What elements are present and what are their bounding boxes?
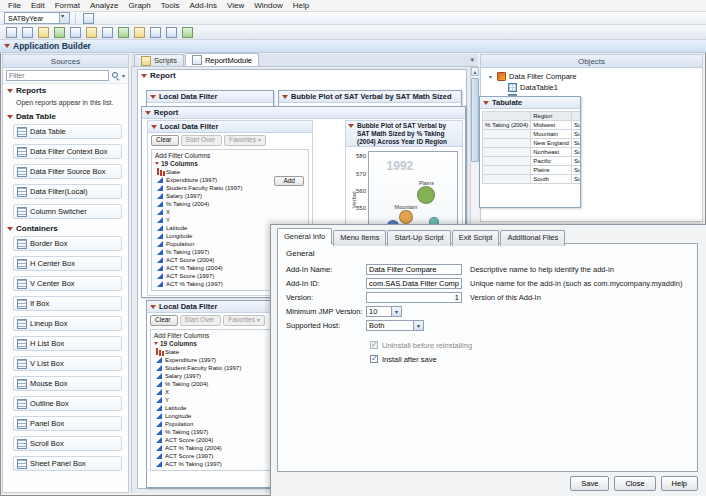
source-item[interactable]: Data Table [13,124,122,139]
source-item[interactable]: Panel Box [13,416,122,431]
filter-column-item[interactable]: Population [155,240,275,248]
report-root-header[interactable]: Report [138,70,466,81]
checkbox[interactable] [370,355,378,363]
filter-column-item[interactable]: Salary (1997) [154,372,274,380]
filter-column-item[interactable]: Y [154,396,274,404]
dialog-button[interactable]: Close [614,476,655,491]
local-data-filter-header[interactable]: Local Data Filter [148,121,312,133]
profile-settings-icon[interactable] [81,12,95,24]
module-tab[interactable]: Scripts [134,54,184,66]
save-icon[interactable] [36,26,50,38]
dropdown[interactable]: 10 [366,306,402,317]
source-item[interactable]: H Center Box [13,256,122,271]
graph-icon[interactable] [164,26,178,38]
menu-item[interactable]: Tools [156,0,185,11]
dialog-button[interactable]: Save [570,476,609,491]
filter-column-item[interactable]: X [154,388,274,396]
new-icon[interactable] [4,26,18,38]
source-item[interactable]: Scroll Box [13,436,122,451]
text-field[interactable] [366,264,462,275]
chevron-down-icon[interactable] [391,307,401,316]
filter-column-item[interactable]: State [154,348,274,356]
source-item[interactable]: Data Filter(Local) [13,184,122,199]
filter-column-item[interactable]: Student:Faculty Ratio (1997) [155,184,275,192]
filter-button[interactable]: Start Over [181,135,223,146]
tabulate-window[interactable]: Tabulate Region % Taking (2004) Midwest [479,96,581,208]
reports-section-header[interactable]: Reports [7,86,125,95]
columns-count-header[interactable]: 19 Columns [155,160,305,167]
redo-icon[interactable] [116,26,130,38]
dialog-tab[interactable]: Start-Up Script [387,230,450,246]
filter-column-item[interactable]: % Taking (1997) [155,248,275,256]
chevron-down-icon[interactable] [470,56,474,64]
add-button[interactable]: Add [274,176,304,187]
source-item[interactable]: V List Box [13,356,122,371]
source-item[interactable]: Mouse Box [13,376,122,391]
filter-column-item[interactable]: Salary (1997) [155,192,275,200]
dropdown[interactable]: Both [366,320,424,331]
menu-item[interactable]: Help [288,0,314,11]
filter-button[interactable]: Start Over [180,315,222,326]
source-item[interactable]: If Box [13,296,122,311]
filter-column-item[interactable]: ACT Score (1997) [155,272,275,280]
application-builder-header[interactable]: Application Builder [0,40,706,53]
filter-column-item[interactable]: ACT % Taking (2004) [155,264,275,272]
source-item[interactable]: V Center Box [13,276,122,291]
source-item[interactable]: Lineup Box [13,316,122,331]
filter-column-item[interactable]: X [155,208,275,216]
filter-column-item[interactable]: ACT Score (2004) [155,256,275,264]
filter-column-item[interactable]: Student:Faculty Ratio (1997) [154,364,274,372]
filter-column-item[interactable]: ACT % Taking (2004) [154,444,274,452]
text-field[interactable] [366,292,462,303]
source-item[interactable]: Column Switcher [13,204,122,219]
dialog-tab[interactable]: Additional Files [500,230,565,246]
bubble-plot-header[interactable]: Bubble Plot of SAT Verbal by SAT Math Si… [346,121,462,147]
filter-button[interactable]: Favorites▾ [224,135,266,146]
filter-column-item[interactable]: % Taking (1997) [154,428,274,436]
filter-column-item[interactable]: ACT Score (2004) [154,436,274,444]
dialog-tab[interactable]: Menu Items [333,230,386,246]
dialog-button[interactable]: Help [661,476,698,491]
profile-combo[interactable]: SATByYear [4,12,70,24]
text-field[interactable] [366,278,462,289]
dialog-tab[interactable]: Exit Script [452,230,500,246]
filter-column-item[interactable]: Y [155,216,275,224]
tree-item[interactable]: DataTable1 [483,82,700,93]
source-item[interactable]: Outline Box [13,396,122,411]
data-table-icon[interactable] [148,26,162,38]
module-tab[interactable]: ReportModule [185,53,259,66]
print-icon[interactable] [52,26,66,38]
filter-column-item[interactable]: % Taking (2004) [155,200,275,208]
source-item[interactable]: Sheet Panel Box [13,456,122,471]
menu-item[interactable]: File [3,0,26,11]
undo-icon[interactable] [100,26,114,38]
tabulate-header[interactable]: Tabulate [480,97,580,109]
containers-section-header[interactable]: Containers [7,224,125,233]
bubble[interactable]: Mountain [399,210,413,224]
menu-item[interactable]: Format [50,0,85,11]
filter-column-item[interactable]: ACT % Taking (1997) [155,280,275,288]
run-script-icon[interactable] [132,26,146,38]
chevron-down-icon[interactable] [59,13,69,23]
source-item[interactable]: H List Box [13,336,122,351]
source-item[interactable]: Data Filter Context Box [13,144,122,159]
filter-column-item[interactable]: Population [154,420,274,428]
filter-column-item[interactable]: Expenditure (1997) [154,356,274,364]
filter-column-item[interactable]: ACT % Taking (1997) [154,460,274,468]
filter-button[interactable]: Favorites▾ [223,315,265,326]
bubble[interactable]: Plains [417,186,435,204]
filter-column-item[interactable]: Expenditure (1997) [155,176,275,184]
help-icon[interactable] [180,26,194,38]
filter-column-item[interactable]: Longitude [154,412,274,420]
filter-column-item[interactable]: Latitude [154,404,274,412]
menu-item[interactable]: Analyze [85,0,123,11]
copy-icon[interactable] [68,26,82,38]
filter-button[interactable]: Clear [151,135,179,146]
scroll-up-arrow-icon[interactable] [471,67,479,76]
scrollbar-thumb[interactable] [471,78,479,162]
filter-column-item[interactable]: Latitude [155,224,275,232]
source-item[interactable]: Data Filter Source Box [13,164,122,179]
filter-column-item[interactable]: ACT Score (1997) [154,452,274,460]
source-item[interactable]: Border Box [13,236,122,251]
paste-icon[interactable] [84,26,98,38]
